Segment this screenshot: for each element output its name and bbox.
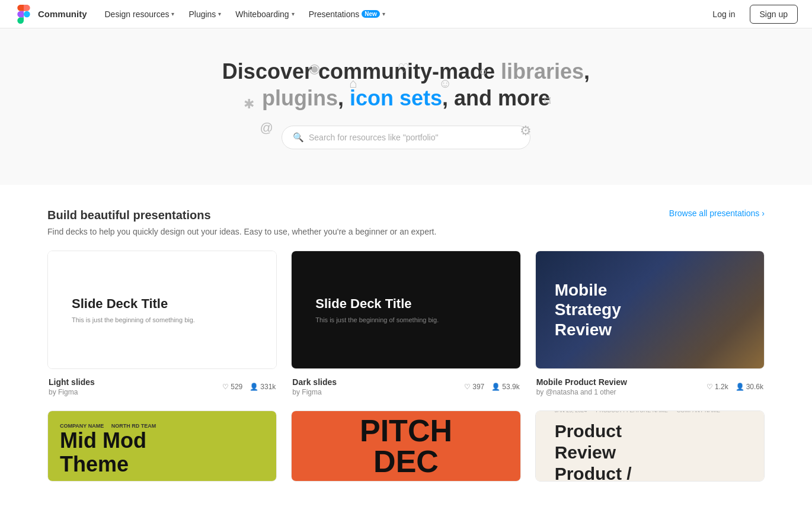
card-light-slides[interactable]: Slide Deck Title This is just the beginn…: [47, 251, 277, 396]
card-dark-slides-thumb: Slide Deck Title This is just the beginn…: [291, 251, 520, 369]
slide-dark-title: Slide Deck Title: [315, 296, 411, 312]
slide-light-sub: This is just the beginning of something …: [72, 316, 195, 323]
nav-link-presentations[interactable]: Presentations New ▾: [303, 6, 391, 23]
slide-preview-pitch: PITCHDEC: [292, 411, 520, 481]
slide-dark-sub: This is just the beginning of something …: [315, 316, 439, 323]
card-light-slides-name-block: Light slides by Figma: [49, 377, 95, 396]
browse-link-label: Browse all presentations: [669, 209, 760, 218]
heart-icon: ♡: [222, 383, 229, 391]
card-dark-slides-name-block: Dark slides by Figma: [292, 377, 337, 396]
heart-icon: ♡: [464, 383, 471, 391]
nav-links: Design resources ▾ Plugins ▾ Whiteboardi…: [99, 6, 391, 23]
chevron-down-icon: ▾: [382, 11, 385, 17]
nav-link-design-resources[interactable]: Design resources ▾: [99, 6, 181, 23]
hero-title-part2: ,: [584, 59, 590, 84]
card-pitch-deck-thumb: PITCHDEC: [291, 410, 520, 482]
card-product-review-thumb: JAN 25, 2024 PRODUCT / FEATURE NAME COMP…: [535, 410, 765, 482]
section-title: Build beautiful presentations: [47, 209, 211, 222]
slide-preview-dark: Slide Deck Title This is just the beginn…: [292, 251, 520, 368]
section-header-left: Build beautiful presentations: [47, 209, 211, 222]
card-mobile-product-review-thumb: MobileStrategyReview: [535, 251, 765, 369]
slide-preview-product-review: JAN 25, 2024 PRODUCT / FEATURE NAME COMP…: [536, 411, 764, 481]
slide-midmod-title: Mid ModTheme: [60, 429, 146, 476]
card-dark-slides-info: Dark slides by Figma ♡ 397 👤 53.9k: [291, 369, 520, 396]
card-light-slides-likes-count: 529: [231, 383, 242, 391]
card-light-slides-stats: ♡ 529 👤 331k: [222, 383, 276, 391]
users-icon: 👤: [250, 383, 258, 391]
hero-title-part4: , and more: [442, 86, 550, 110]
slide-mobile-strategy-title: MobileStrategyReview: [555, 280, 621, 340]
brand-label: Community: [38, 9, 87, 19]
card-dark-slides-likes-count: 397: [472, 383, 484, 391]
slide-pr-date: JAN 25, 2024 PRODUCT / FEATURE NAME COMP…: [555, 410, 720, 413]
section-header: Build beautiful presentations Browse all…: [47, 209, 765, 222]
section-subtitle: Find decks to help you quickly design ou…: [47, 227, 765, 236]
hero-title-part3: ,: [338, 86, 350, 110]
card-dark-slides-stats: ♡ 397 👤 53.9k: [464, 383, 519, 391]
presentations-section: Build beautiful presentations Browse all…: [0, 185, 812, 505]
card-mobile-product-review-info: Mobile Product Review by @natasha and 1 …: [535, 369, 765, 396]
hero-plugins: plugins: [262, 86, 338, 110]
search-icon: 🔍: [293, 132, 304, 143]
search-bar[interactable]: 🔍 Search for resources like "portfolio": [282, 126, 530, 149]
hero-title-part1: Discover community-made: [222, 59, 501, 84]
card-light-slides-author: by Figma: [49, 388, 95, 396]
hero-title: Discover community-made libraries, plugi…: [199, 58, 613, 111]
figma-logo-icon: [14, 5, 33, 24]
card-mobile-product-review-likes: ♡ 1.2k: [706, 383, 728, 391]
nav-left: Community Design resources ▾ Plugins ▾ W…: [14, 5, 391, 24]
card-light-slides-downloads: 👤 331k: [250, 383, 276, 391]
card-light-slides-thumb: Slide Deck Title This is just the beginn…: [47, 251, 277, 369]
card-light-slides-likes: ♡ 529: [222, 383, 242, 391]
card-mobile-product-review-stats: ♡ 1.2k 👤 30.6k: [706, 383, 763, 391]
card-mobile-product-review-name-block: Mobile Product Review by @natasha and 1 …: [536, 377, 627, 396]
cards-grid-row2: COMPANY NAME NORTH RD TEAM Mid ModTheme …: [47, 410, 765, 482]
card-mobile-product-review-downloads: 👤 30.6k: [736, 383, 763, 391]
hero-iconsets: icon sets: [350, 86, 442, 110]
card-dark-slides[interactable]: Slide Deck Title This is just the beginn…: [291, 251, 520, 396]
card-dark-slides-author: by Figma: [292, 388, 337, 396]
nav-link-whiteboarding[interactable]: Whiteboarding ▾: [229, 6, 300, 23]
slide-preview-midmod: COMPANY NAME NORTH RD TEAM Mid ModTheme: [48, 411, 276, 481]
card-dark-slides-downloads-count: 53.9k: [502, 383, 519, 391]
hero-section: ◉ ⌂ ♡ ☺ ○ ⌑ ⚙ ✱ @ Discover community-mad…: [0, 28, 812, 185]
slide-light-title: Slide Deck Title: [72, 296, 168, 312]
card-mobile-product-review-author: by @natasha and 1 other: [536, 388, 627, 396]
users-icon: 👤: [736, 383, 744, 391]
browse-all-presentations-link[interactable]: Browse all presentations ›: [669, 209, 765, 218]
at-icon: @: [260, 120, 273, 136]
nav-link-design-resources-label: Design resources: [105, 9, 170, 19]
chevron-down-icon: ▾: [218, 11, 221, 17]
card-dark-slides-name: Dark slides: [292, 377, 337, 387]
chevron-down-icon: ▾: [292, 11, 295, 17]
nav-link-whiteboarding-label: Whiteboarding: [235, 9, 289, 19]
chevron-down-icon: ▾: [171, 11, 174, 17]
card-mobile-product-review-downloads-count: 30.6k: [746, 383, 763, 391]
search-placeholder: Search for resources like "portfolio": [309, 133, 438, 142]
card-mid-mod-theme[interactable]: COMPANY NAME NORTH RD TEAM Mid ModTheme: [47, 410, 277, 482]
card-mobile-product-review-name: Mobile Product Review: [536, 377, 627, 387]
card-pitch-deck[interactable]: PITCHDEC: [291, 410, 520, 482]
card-product-review[interactable]: JAN 25, 2024 PRODUCT / FEATURE NAME COMP…: [535, 410, 765, 482]
signup-button[interactable]: Sign up: [750, 5, 798, 24]
users-icon: 👤: [491, 383, 500, 391]
chevron-right-icon: ›: [762, 209, 765, 218]
slide-preview-light: Slide Deck Title This is just the beginn…: [48, 251, 276, 368]
heart-icon: ♡: [706, 383, 713, 391]
card-light-slides-info: Light slides by Figma ♡ 529 👤 331k: [47, 369, 277, 396]
card-dark-slides-footer: Dark slides by Figma ♡ 397 👤 53.9k: [292, 377, 519, 396]
card-mobile-product-review[interactable]: MobileStrategyReview Mobile Product Revi…: [535, 251, 765, 396]
card-light-slides-footer: Light slides by Figma ♡ 529 👤 331k: [49, 377, 276, 396]
card-mobile-product-review-footer: Mobile Product Review by @natasha and 1 …: [536, 377, 763, 396]
card-mobile-product-review-likes-count: 1.2k: [715, 383, 728, 391]
card-dark-slides-likes: ♡ 397: [464, 383, 484, 391]
slide-pitch-title: PITCHDEC: [360, 415, 452, 477]
card-dark-slides-downloads: 👤 53.9k: [491, 383, 519, 391]
card-light-slides-downloads-count: 331k: [260, 383, 276, 391]
nav-link-plugins-label: Plugins: [188, 9, 216, 19]
card-light-slides-name: Light slides: [49, 377, 95, 387]
hero-libraries: libraries: [501, 59, 584, 84]
login-button[interactable]: Log in: [705, 6, 742, 23]
slide-preview-mobile-strategy: MobileStrategyReview: [536, 251, 764, 368]
nav-link-plugins[interactable]: Plugins ▾: [183, 6, 227, 23]
